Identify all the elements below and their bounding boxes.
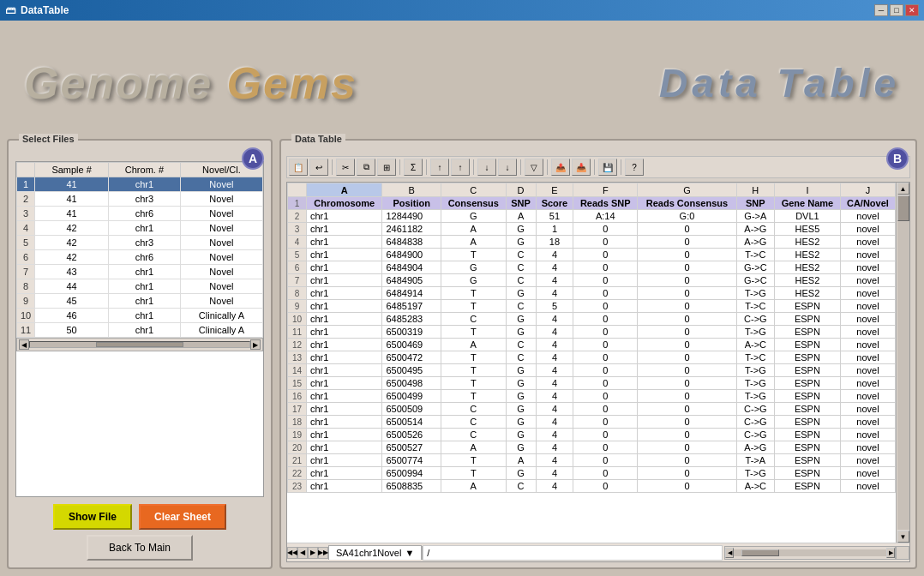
formula-bar[interactable]: / — [423, 545, 723, 561]
table-row[interactable]: 10 chr1 6485283 C G 4 0 0 C->G ESPN nove… — [288, 313, 896, 326]
minimize-button[interactable]: ─ — [874, 4, 888, 16]
chromosome-cell: chr1 — [307, 454, 382, 467]
consensus-cell: A — [441, 480, 507, 493]
table-row[interactable]: 15 chr1 6500498 T G 4 0 0 T->G ESPN nove… — [288, 377, 896, 390]
ss-header-cell-2: Consensus — [441, 197, 507, 210]
gene-cell: ESPN — [774, 339, 840, 351]
vertical-scrollbar[interactable]: ▲ ▼ — [896, 183, 909, 543]
table-row[interactable]: 3 chr1 2461182 A G 1 0 0 A->G HES5 novel — [288, 223, 896, 236]
file-table-row[interactable]: 5 42 chr3 Novel — [17, 236, 263, 250]
file-table-row[interactable]: 2 41 chr3 Novel — [17, 192, 263, 207]
scroll-down-arrow[interactable]: ▼ — [897, 531, 909, 543]
maximize-button[interactable]: □ — [890, 4, 903, 16]
table-row[interactable]: 11 chr1 6500319 T G 4 0 0 T->G ESPN nove… — [288, 326, 896, 339]
toolbar-copy-icon[interactable]: ⧉ — [357, 159, 375, 176]
scroll-up-arrow[interactable]: ▲ — [897, 183, 909, 195]
left-panel: Select Files A Sample # Chrom. # Novel/C… — [7, 139, 273, 569]
toolbar-import-icon[interactable]: 📥 — [572, 159, 591, 176]
scroll-h-track[interactable] — [734, 549, 886, 556]
consensus-cell: T — [441, 287, 507, 300]
toolbar-filter-icon[interactable]: ▽ — [525, 159, 543, 176]
snp-change-cell: T->C — [736, 249, 774, 261]
table-row[interactable]: 19 chr1 6500526 C G 4 0 0 C->G ESPN nove… — [288, 429, 896, 441]
position-cell: 6500472 — [382, 351, 441, 364]
table-row[interactable]: 16 chr1 6500499 T G 4 0 0 T->G ESPN nove… — [288, 390, 896, 403]
file-table-row[interactable]: 6 42 chr6 Novel — [17, 250, 263, 265]
table-row[interactable]: 9 chr1 6485197 T C 5 0 0 T->C ESPN novel — [288, 300, 896, 313]
snp-change-cell: A->C — [736, 339, 774, 351]
toolbar-copy2-icon[interactable]: ⊞ — [377, 159, 396, 176]
scrollbar-thumb[interactable] — [96, 342, 183, 347]
tab-nav-next[interactable]: ▶ — [308, 547, 318, 559]
close-button[interactable]: ✕ — [905, 4, 919, 16]
table-row[interactable]: 4 chr1 6484838 A G 18 0 0 A->G HES2 nove… — [288, 236, 896, 249]
table-row[interactable]: 12 chr1 6500469 A C 4 0 0 A->C ESPN nove… — [288, 339, 896, 351]
table-row[interactable]: 2 chr1 1284490 G A 51 A:14 G:0 G->A DVL1… — [288, 210, 896, 223]
file-table-row[interactable]: 9 45 chr1 Novel — [17, 294, 263, 309]
scroll-track-v[interactable] — [897, 195, 909, 530]
toolbar-sort-desc-icon[interactable]: ↓ — [477, 159, 496, 176]
scroll-left-arrow[interactable]: ◀ — [19, 339, 29, 350]
table-row[interactable]: 14 chr1 6500495 T G 4 0 0 T->G ESPN nove… — [288, 364, 896, 377]
sheet-tab-dropdown[interactable]: ▼ — [405, 548, 414, 558]
toolbar-sum-icon[interactable]: Σ — [404, 159, 423, 176]
table-row[interactable]: 5 chr1 6484900 T C 4 0 0 T->C HES2 novel — [288, 249, 896, 261]
snp-cell: A — [506, 210, 536, 223]
file-table-row[interactable]: 4 42 chr1 Novel — [17, 221, 263, 236]
sample-cell: 50 — [35, 323, 109, 338]
table-row[interactable]: 18 chr1 6500514 C G 4 0 0 C->G ESPN nove… — [288, 416, 896, 429]
table-row[interactable]: 8 chr1 6484914 T G 4 0 0 T->G HES2 novel — [288, 287, 896, 300]
scroll-h-thumb[interactable] — [741, 549, 780, 556]
back-to-main-button[interactable]: Back To Main — [87, 535, 193, 561]
table-row[interactable]: 20 chr1 6500527 A G 4 0 0 A->G ESPN nove… — [288, 441, 896, 454]
snp-change-cell: A->G — [736, 236, 774, 249]
table-row[interactable]: 7 chr1 6484905 G C 4 0 0 G->C HES2 novel — [288, 274, 896, 287]
row-num: 4 — [17, 221, 35, 236]
toolbar-help-icon[interactable]: ? — [625, 159, 644, 176]
scroll-h-right[interactable]: ▶ — [886, 548, 895, 558]
toolbar-save-icon[interactable]: 💾 — [598, 159, 617, 176]
table-row[interactable]: 6 chr1 6484904 G C 4 0 0 G->C HES2 novel — [288, 261, 896, 274]
sheet-tab[interactable]: SA41chr1Novel ▼ — [328, 545, 422, 560]
table-row[interactable]: 17 chr1 6500509 C G 4 0 0 C->G ESPN nove… — [288, 403, 896, 416]
table-row[interactable]: 21 chr1 6500774 T A 4 0 0 T->A ESPN nove… — [288, 454, 896, 467]
corner-button[interactable] — [896, 546, 909, 560]
reads-cons-cell: 0 — [638, 416, 736, 429]
toolbar-cut-icon[interactable]: ✂ — [336, 159, 355, 176]
tab-nav-last[interactable]: ▶▶ — [318, 547, 328, 559]
horizontal-scrollbar[interactable]: ◀ ▶ — [724, 546, 896, 560]
gene-cell: ESPN — [774, 480, 840, 493]
toolbar-sort-asc2-icon[interactable]: ↑ — [451, 159, 470, 176]
snp-cell: A — [506, 454, 536, 467]
snp-cell: G — [506, 364, 536, 377]
table-row[interactable]: 22 chr1 6500994 T G 4 0 0 T->G ESPN nove… — [288, 467, 896, 480]
scroll-right-arrow[interactable]: ▶ — [250, 339, 261, 350]
scroll-thumb-v[interactable] — [897, 195, 909, 221]
reads-snp-cell: 0 — [573, 480, 638, 493]
file-table-row[interactable]: 7 43 chr1 Novel — [17, 265, 263, 279]
file-table-row[interactable]: 10 46 chr1 Clinically A — [17, 309, 263, 323]
table-row[interactable]: 23 chr1 6508835 A C 4 0 0 A->C ESPN nove… — [288, 480, 896, 493]
toolbar-paste-icon[interactable]: 📋 — [289, 159, 308, 176]
scroll-h-left[interactable]: ◀ — [725, 548, 734, 558]
file-table-row[interactable]: 3 41 chr6 Novel — [17, 207, 263, 221]
tab-nav-first[interactable]: ◀◀ — [287, 547, 297, 559]
toolbar-undo-icon[interactable]: ↩ — [309, 159, 328, 176]
toolbar-sort-desc2-icon[interactable]: ↓ — [498, 159, 517, 176]
file-table-row[interactable]: 11 50 chr1 Clinically A — [17, 323, 263, 338]
toolbar-export-icon[interactable]: 📤 — [551, 159, 570, 176]
scrollbar-track[interactable] — [29, 341, 250, 348]
clear-sheet-button[interactable]: Clear Sheet — [139, 504, 226, 530]
file-table-row[interactable]: 1 41 chr1 Novel — [17, 177, 263, 192]
chromosome-cell: chr1 — [307, 300, 382, 313]
tab-nav-prev[interactable]: ◀ — [297, 547, 308, 559]
novel-cell: Novel — [180, 279, 262, 294]
toolbar-sort-asc-icon[interactable]: ↑ — [430, 159, 449, 176]
file-table-scrollbar[interactable]: ◀ ▶ — [16, 338, 263, 351]
consensus-cell: T — [441, 467, 507, 480]
table-row[interactable]: 13 chr1 6500472 T C 4 0 0 T->C ESPN nove… — [288, 351, 896, 364]
row-num: 1 — [17, 177, 35, 192]
file-table-row[interactable]: 8 44 chr1 Novel — [17, 279, 263, 294]
show-file-button[interactable]: Show File — [53, 504, 132, 530]
ss-row-num: 23 — [288, 480, 307, 493]
